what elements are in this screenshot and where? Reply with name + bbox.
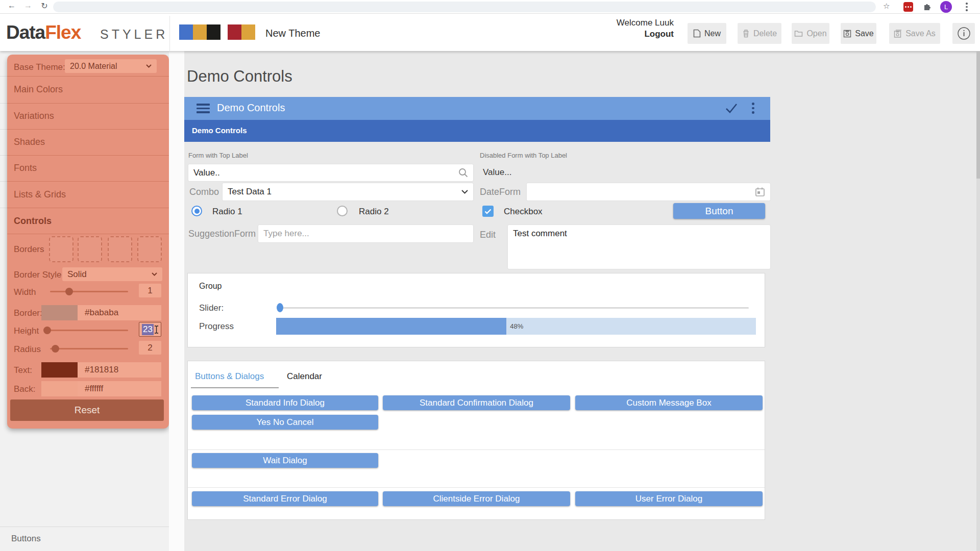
radius-slider-track[interactable] bbox=[50, 348, 128, 349]
new-file-icon bbox=[693, 29, 701, 38]
border-style-value: Solid bbox=[67, 269, 152, 280]
delete-button[interactable]: Delete bbox=[738, 23, 781, 44]
logout-link[interactable]: Logout bbox=[617, 29, 674, 40]
height-value[interactable]: 23 bbox=[139, 322, 161, 337]
width-value[interactable]: 1 bbox=[139, 284, 161, 297]
sidebar-item-controls[interactable]: Controls bbox=[14, 216, 52, 227]
view-tab-demo-controls[interactable]: Demo Controls bbox=[192, 126, 247, 135]
demo-slider-thumb[interactable] bbox=[277, 303, 283, 312]
suggestion-placeholder: Type here... bbox=[263, 229, 468, 239]
adblock-extension-icon[interactable] bbox=[903, 2, 913, 12]
height-slider-thumb[interactable] bbox=[43, 327, 51, 334]
yes-no-cancel-button[interactable]: Yes No Cancel bbox=[192, 415, 378, 430]
border-preview-3[interactable] bbox=[108, 236, 132, 262]
border-color-hex[interactable]: #bababa bbox=[78, 305, 161, 320]
text-color-swatch[interactable] bbox=[41, 362, 78, 378]
sidebar-item-variations[interactable]: Variations bbox=[14, 111, 54, 121]
dateform-input[interactable] bbox=[527, 183, 770, 201]
extensions-puzzle-icon[interactable] bbox=[923, 2, 932, 13]
demo-slider-track[interactable] bbox=[280, 307, 749, 309]
bookmark-star-icon[interactable]: ☆ bbox=[883, 2, 890, 11]
sidebar-item-main-colors[interactable]: Main Colors bbox=[14, 84, 63, 95]
open-button[interactable]: Open bbox=[792, 23, 829, 44]
combo-label: Combo bbox=[189, 187, 219, 197]
border-style-select[interactable]: Solid bbox=[62, 267, 162, 281]
user-error-dialog-button[interactable]: User Error Dialog bbox=[575, 491, 763, 506]
text-color-hex[interactable]: #181818 bbox=[78, 362, 161, 378]
palette-swatch-yellow2 bbox=[241, 24, 255, 40]
main-content: Demo Controls Demo Controls Demo Control… bbox=[184, 51, 980, 551]
border-preview-1[interactable] bbox=[49, 236, 74, 262]
sidebar-item-buttons[interactable]: Buttons bbox=[11, 534, 41, 544]
demo-button[interactable]: Button bbox=[673, 203, 765, 219]
base-theme-select[interactable]: 20.0 Material bbox=[65, 59, 157, 73]
border-color-swatch[interactable] bbox=[41, 305, 78, 320]
browser-menu-icon[interactable] bbox=[966, 3, 968, 11]
search-form-input[interactable]: Value.. bbox=[188, 164, 473, 181]
width-slider-thumb[interactable] bbox=[65, 288, 73, 295]
standard-info-dialog-button[interactable]: Standard Info Dialog bbox=[192, 395, 378, 410]
border-preview-2[interactable] bbox=[78, 236, 102, 262]
active-tab-underline bbox=[191, 387, 279, 388]
progress-percent-text: 48% bbox=[510, 322, 523, 330]
divider bbox=[7, 155, 169, 156]
toolbar-kebab-icon[interactable] bbox=[752, 103, 754, 114]
header-divider bbox=[169, 16, 170, 51]
demo-toolbar: Demo Controls bbox=[184, 97, 770, 120]
sidebar-item-fonts[interactable]: Fonts bbox=[14, 163, 37, 173]
edit-textarea[interactable]: Test comment bbox=[508, 225, 770, 269]
combo-select[interactable]: Test Data 1 bbox=[223, 183, 473, 201]
radio-1[interactable] bbox=[191, 206, 202, 216]
tab-buttons-dialogs[interactable]: Buttons & Dialogs bbox=[195, 371, 264, 382]
wait-dialog-button[interactable]: Wait Dialog bbox=[192, 453, 378, 468]
browser-reload-icon[interactable]: ↻ bbox=[39, 1, 50, 11]
new-button[interactable]: New bbox=[688, 23, 726, 44]
combo-value: Test Data 1 bbox=[228, 187, 461, 197]
custom-message-box-button[interactable]: Custom Message Box bbox=[575, 395, 763, 410]
tab-calendar[interactable]: Calendar bbox=[287, 371, 322, 382]
standard-error-dialog-button[interactable]: Standard Error Dialog bbox=[192, 491, 378, 506]
height-slider-track[interactable] bbox=[46, 330, 128, 331]
radius-value[interactable]: 2 bbox=[139, 341, 161, 355]
disabled-form-value: Value... bbox=[483, 167, 511, 178]
hamburger-menu-icon[interactable] bbox=[197, 104, 210, 115]
checkbox[interactable] bbox=[482, 206, 494, 217]
radio-2-label: Radio 2 bbox=[359, 207, 389, 217]
border-preview-4[interactable] bbox=[137, 236, 162, 262]
search-form-value: Value.. bbox=[193, 168, 458, 178]
view-tab-bar: Demo Controls bbox=[184, 120, 770, 142]
radio-2[interactable] bbox=[337, 206, 348, 216]
back-color-hex[interactable]: #ffffff bbox=[78, 381, 161, 396]
divider bbox=[7, 234, 169, 234]
browser-profile-avatar[interactable]: L bbox=[940, 1, 952, 13]
sidebar-item-shades[interactable]: Shades bbox=[14, 137, 45, 147]
divider bbox=[188, 487, 765, 488]
browser-forward-icon[interactable]: → bbox=[22, 1, 34, 10]
logo-styler: STYLER bbox=[100, 27, 168, 42]
height-value-selection: 23 bbox=[142, 324, 154, 335]
page-scrollbar-thumb[interactable] bbox=[976, 51, 980, 179]
save-button[interactable]: Save bbox=[841, 23, 876, 44]
radius-slider-thumb[interactable] bbox=[52, 345, 59, 353]
toolbar-title: Demo Controls bbox=[217, 102, 285, 114]
divider bbox=[7, 181, 169, 182]
clientside-error-dialog-button[interactable]: Clientside Error Dialog bbox=[383, 491, 570, 506]
width-slider-track[interactable] bbox=[50, 291, 128, 292]
browser-toolbar: ← → ↻ ☆ L bbox=[0, 0, 980, 14]
welcome-text: Welcome Luuk bbox=[617, 17, 674, 29]
back-color-swatch[interactable] bbox=[41, 381, 78, 396]
save-as-button[interactable]: Save As bbox=[889, 23, 940, 44]
palette-swatch-yellow bbox=[193, 24, 207, 40]
info-button[interactable] bbox=[952, 23, 975, 44]
check-icon[interactable] bbox=[724, 102, 739, 117]
url-bar[interactable] bbox=[53, 2, 876, 12]
divider bbox=[7, 103, 169, 104]
browser-back-icon[interactable]: ← bbox=[6, 1, 17, 10]
dataflex-logo: DataFlex bbox=[6, 22, 81, 43]
width-label: Width bbox=[14, 287, 36, 297]
reset-button[interactable]: Reset bbox=[10, 399, 164, 421]
sidebar-item-lists-grids[interactable]: Lists & Grids bbox=[14, 189, 66, 200]
suggestion-form-input[interactable]: Type here... bbox=[258, 225, 473, 242]
divider bbox=[7, 208, 169, 208]
standard-confirmation-dialog-button[interactable]: Standard Confirmation Dialog bbox=[383, 395, 570, 410]
